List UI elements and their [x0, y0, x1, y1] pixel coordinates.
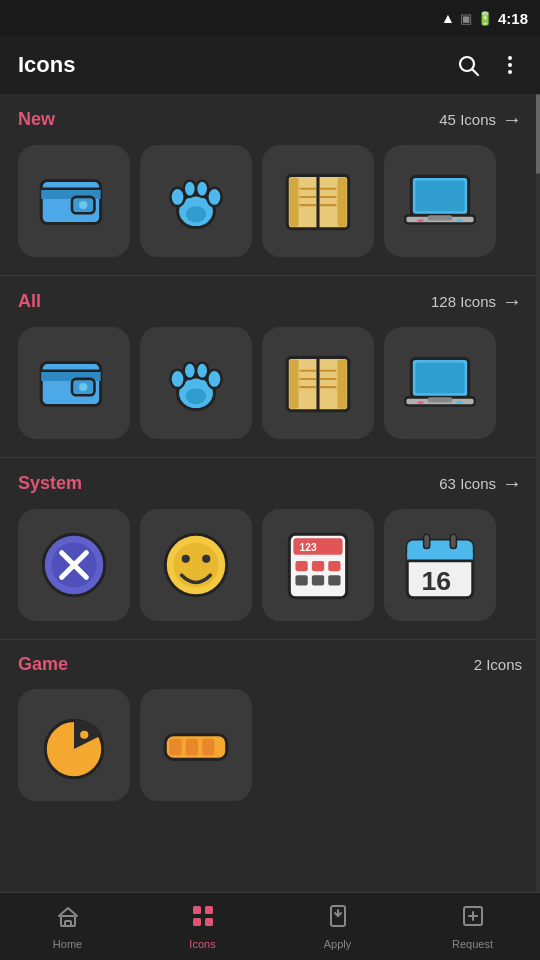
home-icon	[56, 904, 80, 934]
svg-rect-27	[415, 181, 464, 212]
svg-rect-69	[295, 561, 307, 571]
icon-paw-all[interactable]	[140, 327, 252, 439]
svg-rect-74	[328, 575, 340, 585]
section-count-new: 45 Icons	[439, 111, 496, 128]
section-label-game: Game	[18, 654, 68, 675]
svg-point-3	[508, 63, 512, 67]
nav-label-icons: Icons	[189, 938, 215, 950]
icon-game2[interactable]	[140, 689, 252, 801]
nav-label-request: Request	[452, 938, 493, 950]
svg-rect-45	[289, 359, 298, 408]
svg-rect-91	[193, 906, 201, 914]
svg-rect-72	[295, 575, 307, 585]
icon-wallet-all[interactable]	[18, 327, 130, 439]
section-new: New 45 Icons →	[0, 94, 540, 276]
svg-point-14	[207, 188, 221, 206]
scrollbar-thumb	[536, 94, 540, 174]
svg-text:123: 123	[300, 542, 317, 553]
svg-rect-87	[186, 739, 198, 755]
svg-point-84	[80, 731, 88, 739]
nav-item-apply[interactable]: Apply	[298, 904, 378, 950]
icon-game1[interactable]	[18, 689, 130, 801]
icon-row-new	[0, 145, 540, 257]
svg-rect-80	[424, 534, 430, 548]
svg-rect-30	[417, 219, 423, 221]
svg-rect-19	[337, 177, 346, 226]
page-title: Icons	[18, 52, 75, 78]
section-meta-system: 63 Icons →	[439, 472, 522, 495]
nav-item-home[interactable]: Home	[28, 904, 108, 950]
svg-rect-92	[205, 906, 213, 914]
app-bar: Icons	[0, 36, 540, 94]
svg-rect-86	[169, 739, 181, 755]
svg-rect-88	[202, 739, 214, 755]
svg-point-2	[508, 56, 512, 60]
svg-rect-90	[65, 921, 71, 926]
svg-point-41	[207, 370, 221, 388]
svg-point-12	[184, 181, 196, 197]
section-game: Game 2 Icons	[0, 640, 540, 819]
icon-row-game	[0, 689, 540, 801]
svg-rect-57	[417, 401, 423, 403]
svg-line-1	[473, 70, 479, 76]
icon-book-new[interactable]	[262, 145, 374, 257]
svg-rect-93	[193, 918, 201, 926]
app-bar-actions	[456, 53, 522, 77]
svg-rect-70	[312, 561, 324, 571]
svg-text:16: 16	[422, 566, 452, 596]
svg-point-66	[202, 555, 210, 563]
svg-rect-46	[337, 359, 346, 408]
icon-book-all[interactable]	[262, 327, 374, 439]
svg-point-42	[186, 388, 207, 404]
svg-rect-71	[328, 561, 340, 571]
section-arrow-new: →	[502, 108, 522, 131]
icon-laptop-new[interactable]	[384, 145, 496, 257]
section-label-system: System	[18, 473, 82, 494]
apply-icon	[326, 904, 350, 934]
section-arrow-system: →	[502, 472, 522, 495]
nav-item-request[interactable]: Request	[433, 904, 513, 950]
section-count-all: 128 Icons	[431, 293, 496, 310]
section-label-all: All	[18, 291, 41, 312]
svg-rect-54	[415, 363, 464, 394]
signal-icon: ▣	[460, 11, 472, 26]
svg-rect-81	[450, 534, 456, 548]
section-meta-all: 128 Icons →	[431, 290, 522, 313]
section-meta-new: 45 Icons →	[439, 108, 522, 131]
content-area[interactable]: New 45 Icons →	[0, 94, 540, 892]
svg-point-15	[186, 206, 207, 222]
svg-point-39	[184, 363, 196, 379]
time-display: 4:18	[498, 10, 528, 27]
section-all: All 128 Icons →	[0, 276, 540, 458]
section-header-game[interactable]: Game 2 Icons	[0, 654, 540, 675]
icon-calendar-system[interactable]: 16	[384, 509, 496, 621]
nav-label-home: Home	[53, 938, 82, 950]
icon-close-system[interactable]	[18, 509, 130, 621]
svg-rect-73	[312, 575, 324, 585]
nav-label-apply: Apply	[324, 938, 352, 950]
bottom-nav: Home Icons Apply	[0, 892, 540, 960]
svg-rect-58	[456, 401, 462, 403]
svg-rect-94	[205, 918, 213, 926]
section-count-system: 63 Icons	[439, 475, 496, 492]
section-label-new: New	[18, 109, 55, 130]
svg-point-35	[79, 383, 87, 391]
svg-point-65	[182, 555, 190, 563]
icon-laptop-all[interactable]	[384, 327, 496, 439]
section-header-system[interactable]: System 63 Icons →	[0, 472, 540, 495]
search-button[interactable]	[456, 53, 480, 77]
section-header-new[interactable]: New 45 Icons →	[0, 108, 540, 131]
icon-paw-new[interactable]	[140, 145, 252, 257]
icon-emoji-system[interactable]	[140, 509, 252, 621]
svg-rect-31	[456, 219, 462, 221]
icon-wallet-new[interactable]	[18, 145, 130, 257]
request-icon	[461, 904, 485, 934]
more-options-button[interactable]	[498, 53, 522, 77]
svg-point-8	[79, 201, 87, 209]
icon-calculator-system[interactable]: 123	[262, 509, 374, 621]
nav-item-icons[interactable]: Icons	[163, 904, 243, 950]
svg-rect-18	[289, 177, 298, 226]
wifi-icon: ▲	[441, 10, 455, 26]
section-count-game: 2 Icons	[474, 656, 522, 673]
section-header-all[interactable]: All 128 Icons →	[0, 290, 540, 313]
